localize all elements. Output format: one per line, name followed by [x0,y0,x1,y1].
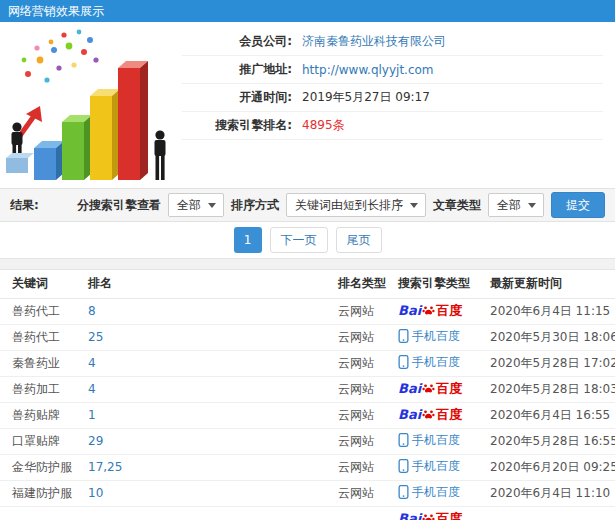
keyword-cell: 口罩贴牌 [0,428,88,454]
mobile-phone-icon [398,459,409,473]
table-row: 兽药代工8云网站Bai百度2020年6月4日 11:15 [0,298,615,324]
rank-cell: 29 [88,428,338,454]
mobile-phone-icon [398,355,409,369]
engine-type-cell: Bai百度 [398,298,490,324]
rank-type-cell: 云网站 [338,402,398,428]
keyword-cell: 兽药代工 [0,324,88,350]
engine-filter-label: 分搜索引擎查看 [77,197,161,214]
baidu-paw-icon [422,304,435,317]
promo-url-label: 推广地址: [182,61,292,78]
updated-time-cell: 2020年5月28日 18:03 [490,376,615,402]
updated-time-cell: 2020年5月28日 16:55 [490,428,615,454]
rank-link[interactable]: 1 [88,408,96,422]
engine-type-cell: 手机百度 [398,428,490,454]
company-link[interactable]: 济南秦鲁药业科技有限公司 [302,33,446,50]
mobile-baidu-label: 手机百度 [398,485,460,499]
rank-type-cell: 云网站 [338,428,398,454]
engine-type-cell: 手机百度 [398,350,490,376]
keyword-cell [0,506,88,520]
table-row: 福建防护服10云网站手机百度2020年6月4日 11:10 [0,480,615,506]
header-rank: 排名 [88,270,338,298]
table-header-row: 关键词 排名 排名类型 搜索引擎类型 最新更新时间 [0,270,615,298]
article-type-label: 文章类型 [433,197,481,214]
chart-illustration-svg [0,22,182,188]
rank-cell: 1 [88,402,338,428]
rank-link[interactable]: 8 [88,304,96,318]
filter-bar: 结果: 分搜索引擎查看 全部 排序方式 关键词由短到长排序 文章类型 全部 提交 [0,188,615,222]
filter-controls: 分搜索引擎查看 全部 排序方式 关键词由短到长排序 文章类型 全部 提交 [77,192,605,218]
mobile-baidu-label: 手机百度 [398,459,460,473]
mobile-baidu-label: 手机百度 [398,329,460,343]
submit-button[interactable]: 提交 [551,192,605,218]
page-title: 网络营销效果展示 [8,4,104,18]
keyword-cell: 兽药加工 [0,376,88,402]
info-row-rank-count: 搜索引擎排名: 4895条 [182,112,603,140]
rank-type-cell: 云网站 [338,376,398,402]
last-page-button[interactable]: 尾页 [336,227,382,253]
engine-type-cell: 手机百度 [398,454,490,480]
marketing-report-page: 网络营销效果展示 [0,0,615,520]
baidu-paw-icon [422,512,435,520]
bar-blue [34,141,64,180]
member-info-section: 会员公司: 济南秦鲁药业科技有限公司 推广地址: http://www.qlyy… [0,22,615,188]
rank-type-cell: 云网站 [338,350,398,376]
keyword-cell: 兽药贴牌 [0,402,88,428]
mobile-baidu-label: 手机百度 [398,433,460,447]
keyword-cell: 秦鲁药业 [0,350,88,376]
info-row-opened: 开通时间: 2019年5月27日 09:17 [182,84,603,112]
page-number-current[interactable]: 1 [234,227,262,253]
rank-link[interactable]: 25 [88,330,103,344]
rank-type-cell: 云网站 [338,454,398,480]
rank-link[interactable]: 4 [88,382,96,396]
rank-cell: 10 [88,480,338,506]
mobile-phone-icon [398,485,409,499]
updated-time-cell: 2020年5月30日 18:06 [490,324,615,350]
promo-url-link[interactable]: http://www.qlyyjt.com [302,63,434,77]
keyword-cell: 福建防护服 [0,480,88,506]
engine-filter-select[interactable]: 全部 [168,193,224,217]
rank-cell: 25 [88,324,338,350]
rank-type-cell [338,506,398,520]
rank-type-cell: 云网站 [338,298,398,324]
engine-filter-value: 全部 [177,198,201,212]
results-label: 结果: [10,197,39,214]
engine-rank-count: 4895条 [302,117,345,134]
sort-order-select[interactable]: 关键词由短到长排序 [286,193,426,217]
engine-rank-label: 搜索引擎排名: [182,117,292,134]
table-row: 兽药代工25云网站手机百度2020年5月30日 18:06 [0,324,615,350]
info-row-url: 推广地址: http://www.qlyyjt.com [182,56,603,84]
rank-cell: 8 [88,298,338,324]
table-row: 兽药贴牌1云网站Bai百度2020年6月4日 16:55 [0,402,615,428]
updated-time-cell: 2020年6月4日 11:10 [490,480,615,506]
keyword-cell: 兽药代工 [0,298,88,324]
table-row: 秦鲁药业4云网站手机百度2020年5月28日 17:02 [0,350,615,376]
sort-order-value: 关键词由短到长排序 [295,198,403,212]
opened-time-label: 开通时间: [182,89,292,106]
engine-type-cell: Bai百度 [398,402,490,428]
mobile-phone-icon [398,329,409,343]
rank-link[interactable]: 29 [88,434,103,448]
section-divider [0,258,615,270]
confetti-dots [22,30,99,83]
engine-type-cell: 手机百度 [398,480,490,506]
keyword-rank-table: 关键词 排名 排名类型 搜索引擎类型 最新更新时间 兽药代工8云网站Bai百度2… [0,270,615,520]
company-label: 会员公司: [182,33,292,50]
article-type-select[interactable]: 全部 [488,193,544,217]
baidu-logo: Bai百度 [398,408,462,421]
updated-time-cell [490,506,615,520]
rank-cell: 17,25 [88,454,338,480]
rank-link[interactable]: 17,25 [88,460,122,474]
bar-green [62,115,92,180]
rank-link[interactable]: 10 [88,486,103,500]
header-keyword: 关键词 [0,270,88,298]
rank-link[interactable]: 4 [88,356,96,370]
baidu-paw-icon [422,382,435,395]
baidu-logo: Bai百度 [398,382,462,395]
header-rank-type: 排名类型 [338,270,398,298]
mobile-baidu-label: 手机百度 [398,355,460,369]
bar-chart-illustration [0,22,182,188]
next-page-button[interactable]: 下一页 [270,227,328,253]
businessman-right-figure [155,130,166,180]
keyword-table-body: 兽药代工8云网站Bai百度2020年6月4日 11:15兽药代工25云网站手机百… [0,298,615,520]
updated-time-cell: 2020年6月4日 16:55 [490,402,615,428]
